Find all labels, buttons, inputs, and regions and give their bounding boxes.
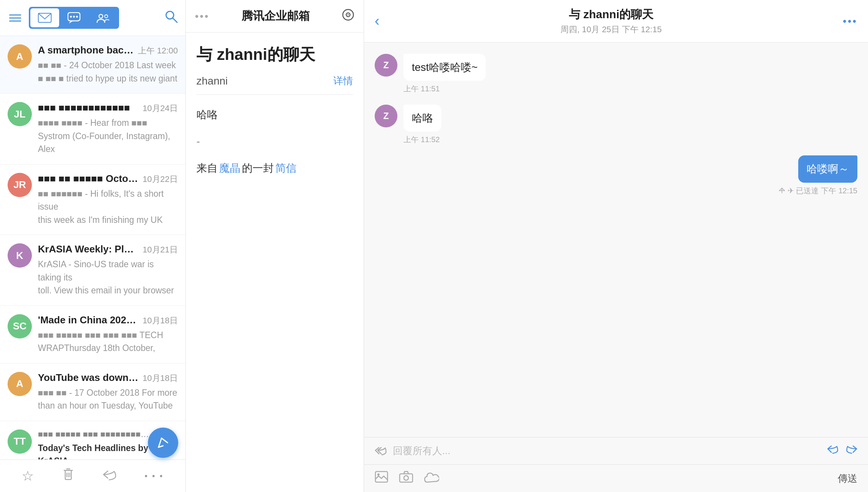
messages-area: Z test哈喽哈喽~ 上午 11:51 Z 哈咯 上午 11:52 哈喽啊～ — [364, 42, 868, 437]
middle-panel: ••• 腾讯企业邮箱 与 zhanni的聊天 zhanni 详情 哈咯 - 来自… — [186, 0, 364, 492]
email-list: A A smartphone backed by ■ ... 上午 12:00 … — [0, 36, 185, 459]
svg-line-9 — [173, 18, 177, 22]
image-icon[interactable] — [375, 471, 388, 486]
message-content: test哈喽哈喽~ 上午 11:51 — [403, 54, 486, 94]
reply-icon[interactable] — [827, 444, 838, 458]
email-top: KrASIA Weekly: Plunging Chin... 10月21日 — [38, 243, 178, 255]
hamburger-icon[interactable] — [8, 13, 23, 23]
search-icon — [164, 9, 178, 23]
email-subject: YouTube was down and the w... — [38, 372, 140, 384]
email-item[interactable]: JL ■■■ ■■■■■■■■■■■■ 10月24日 ■■■■ ■■■■ - H… — [0, 94, 185, 165]
message-content: 哈咯 上午 11:52 — [403, 105, 441, 145]
message-bubble: 哈咯 — [403, 105, 441, 132]
message-bubble: test哈喽哈喽~ — [403, 54, 486, 81]
email-content: A smartphone backed by ■ ... 上午 12:00 ■■… — [38, 44, 178, 85]
email-item[interactable]: A A smartphone backed by ■ ... 上午 12:00 … — [0, 36, 185, 94]
reply-placeholder[interactable]: 回覆所有人... — [393, 444, 821, 458]
reply-icon[interactable] — [103, 468, 116, 484]
email-subject: ■■■ ■■■■■■■■■■■■ — [38, 102, 130, 114]
message-bubble-sent: 哈喽啊～ — [798, 155, 857, 182]
send-button[interactable]: 傳送 — [838, 472, 857, 485]
brand-link[interactable]: 魔晶 — [219, 159, 240, 178]
target-icon[interactable] — [342, 8, 355, 24]
chat-title-block: 与 zhanni的聊天 周四, 10月 25日 下午 12:15 — [386, 7, 837, 35]
reply-all-icon — [375, 446, 387, 456]
svg-point-27 — [404, 476, 408, 480]
left-panel: A A smartphone backed by ■ ... 上午 12:00 … — [0, 0, 186, 492]
star-icon[interactable]: ☆ — [22, 468, 34, 484]
email-date: 10月18日 — [143, 373, 178, 384]
email-content: ■■■ ■■■■■■■■■■■■ 10月24日 ■■■■ ■■■■ - Hear… — [38, 102, 178, 156]
chat-subtitle: 周四, 10月 25日 下午 12:15 — [386, 24, 837, 35]
right-input-area: 回覆所有人... — [364, 437, 868, 492]
email-preview: ■■■ ■■■■■ ■■■ ■■■ ■■■ TECH WRAPThursday … — [38, 329, 178, 355]
cloud-icon[interactable] — [424, 471, 439, 486]
link-prefix: 来自 — [196, 159, 218, 178]
avatar: JL — [8, 102, 32, 126]
email-date: 10月18日 — [143, 315, 178, 326]
camera-icon[interactable] — [399, 471, 413, 486]
avatar: SC — [8, 314, 32, 338]
message-avatar: Z — [375, 54, 397, 77]
email-preview: ■■■ ■■ - 17 October 2018 For more than a… — [38, 386, 178, 412]
svg-point-6 — [99, 14, 103, 18]
right-more-button[interactable]: ••• — [843, 15, 857, 27]
email-item[interactable]: JR ■■■ ■■ ■■■■■ October 22... 10月22日 ■■ … — [0, 165, 185, 235]
svg-point-25 — [377, 473, 380, 476]
email-body: 哈咯 - 来自 魔晶 的一封 简信 — [196, 105, 353, 178]
avatar: K — [8, 243, 32, 268]
svg-point-5 — [76, 16, 78, 18]
avatar: A — [8, 44, 32, 69]
chat-icon — [67, 12, 80, 24]
letter-link[interactable]: 简信 — [275, 159, 297, 178]
email-content: YouTube was down and the w... 10月18日 ■■■… — [38, 372, 178, 412]
email-item[interactable]: K KrASIA Weekly: Plunging Chin... 10月21日… — [0, 235, 185, 306]
compose-fab[interactable] — [148, 428, 178, 458]
tab-chat[interactable] — [60, 8, 88, 27]
email-top: ■■■ ■■■■■■■■■■■■ 10月24日 — [38, 102, 178, 114]
reply-bar: 回覆所有人... — [364, 437, 868, 465]
left-header — [0, 0, 185, 36]
app-title: 腾讯企业邮箱 — [242, 8, 310, 24]
sent-icon — [779, 187, 785, 194]
back-button[interactable]: ‹ — [375, 13, 380, 29]
left-toolbar: ☆ • • • — [0, 459, 185, 492]
header-dots[interactable]: ••• — [195, 10, 209, 22]
bottom-toolbar: 傳送 — [364, 465, 868, 492]
tab-contacts[interactable] — [89, 8, 118, 27]
email-item[interactable]: SC 'Made in China 2025': Beijing... 10月1… — [0, 306, 185, 364]
forward-icon[interactable] — [846, 444, 857, 458]
email-greeting: 哈咯 — [196, 105, 353, 124]
message-row: Z 哈咯 上午 11:52 — [375, 105, 857, 145]
svg-point-21 — [347, 14, 348, 16]
message-status: ✈ 已送達 下午 12:15 — [779, 186, 857, 196]
email-subject: KrASIA Weekly: Plunging Chin... — [38, 243, 140, 255]
search-button[interactable] — [164, 9, 178, 26]
email-subject: ■■■ ■■ ■■■■■ October 22... — [38, 173, 140, 185]
email-content: KrASIA Weekly: Plunging Chin... 10月21日 K… — [38, 243, 178, 297]
sender-row: zhanni 详情 — [196, 74, 353, 95]
email-subject: ■■■ ■■■■■ ■■■ ■■■■■■■■■■. — [38, 429, 152, 439]
email-link-container: 来自 魔晶 的一封 简信 — [196, 159, 353, 178]
email-subject: 'Made in China 2025': Beijing... — [38, 314, 140, 326]
email-top: 'Made in China 2025': Beijing... 10月18日 — [38, 314, 178, 326]
trash-icon[interactable] — [62, 467, 74, 484]
email-content: 'Made in China 2025': Beijing... 10月18日 … — [38, 314, 178, 355]
email-date: 10月24日 — [143, 103, 178, 114]
more-icon[interactable]: • • • — [144, 471, 163, 481]
email-top: A smartphone backed by ■ ... 上午 12:00 — [38, 44, 178, 56]
avatar: TT — [8, 429, 32, 454]
svg-line-17 — [162, 438, 168, 443]
compose-icon — [156, 436, 170, 450]
message-time: 上午 11:51 — [403, 84, 486, 94]
email-top: YouTube was down and the w... 10月18日 — [38, 372, 178, 384]
svg-rect-26 — [400, 474, 413, 482]
right-panel: ‹ 与 zhanni的聊天 周四, 10月 25日 下午 12:15 ••• Z… — [364, 0, 868, 492]
email-content: ■■■ ■■ ■■■■■ October 22... 10月22日 ■■ ■■■… — [38, 173, 178, 227]
email-detail-content: 与 zhanni的聊天 zhanni 详情 哈咯 - 来自 魔晶 的一封 简信 — [186, 33, 364, 492]
tab-mail[interactable] — [30, 8, 59, 27]
message-avatar: Z — [375, 105, 397, 127]
detail-link[interactable]: 详情 — [333, 74, 353, 88]
avatar: JR — [8, 173, 32, 197]
email-item[interactable]: A YouTube was down and the w... 10月18日 ■… — [0, 364, 185, 421]
